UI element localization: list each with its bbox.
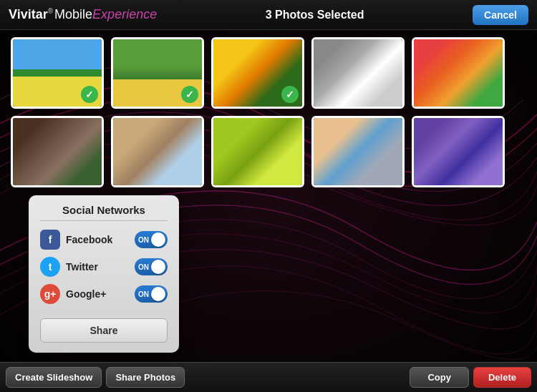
photo-thumb-6[interactable]: [11, 116, 104, 187]
logo-reg: ®: [48, 7, 53, 15]
googleplus-row: g+ Google+ ON: [40, 284, 168, 304]
photo-thumb-9[interactable]: [311, 116, 405, 187]
cancel-button[interactable]: Cancel: [473, 5, 528, 25]
photo-image-6: [13, 118, 102, 185]
photo-grid-row1: ✓ ✓ ✓: [11, 37, 526, 109]
twitter-row: t Twitter ON: [40, 257, 168, 277]
facebook-row: f Facebook ON: [40, 230, 168, 250]
social-networks-panel: Social Networks f Facebook ON t Twitter …: [29, 195, 179, 353]
photo-thumb-5[interactable]: [412, 37, 505, 109]
googleplus-label: Google+: [66, 288, 129, 300]
check-badge-3: ✓: [281, 86, 299, 103]
facebook-toggle[interactable]: ON: [135, 231, 168, 248]
logo-experience-text: Experience: [92, 7, 157, 22]
photo-thumb-4[interactable]: [311, 37, 405, 109]
googleplus-icon: g+: [40, 284, 60, 304]
twitter-toggle-knob: [151, 260, 165, 274]
photo-grid-row2: [11, 116, 526, 187]
facebook-toggle-text: ON: [138, 236, 149, 244]
googleplus-toggle-knob: [151, 287, 165, 301]
check-badge-1: ✓: [81, 86, 98, 103]
check-badge-2: ✓: [181, 86, 198, 103]
logo: Vivitar® Mobile Experience: [9, 7, 157, 22]
photo-thumb-1[interactable]: ✓: [11, 37, 104, 109]
delete-button[interactable]: Delete: [473, 367, 531, 388]
photo-thumb-10[interactable]: [412, 116, 505, 187]
logo-vivitar-text: Vivitar: [9, 7, 48, 21]
photo-thumb-2[interactable]: ✓: [111, 37, 204, 109]
bottom-right-buttons: Copy Delete: [410, 367, 531, 388]
photo-image-5: [414, 39, 503, 107]
bottom-left-buttons: Create Slideshow Share Photos: [6, 367, 185, 388]
photo-thumb-7[interactable]: [111, 116, 204, 187]
social-panel-title: Social Networks: [40, 204, 168, 221]
photo-image-8: [213, 118, 302, 185]
bottom-toolbar: Create Slideshow Share Photos Copy Delet…: [0, 362, 537, 392]
photo-image-9: [314, 118, 402, 185]
photo-image-7: [113, 118, 202, 185]
copy-button[interactable]: Copy: [410, 367, 469, 388]
share-button[interactable]: Share: [40, 318, 168, 343]
logo-mobile-text: Mobile: [54, 7, 92, 22]
facebook-toggle-knob: [151, 232, 165, 247]
selection-count: 3 Photos Selected: [266, 9, 364, 21]
photo-image-10: [414, 118, 503, 185]
share-photos-button[interactable]: Share Photos: [106, 367, 185, 388]
logo-vivitar: Vivitar®: [9, 7, 53, 22]
photo-thumb-8[interactable]: [211, 116, 304, 187]
photo-thumb-3[interactable]: ✓: [211, 37, 304, 109]
twitter-toggle-text: ON: [138, 263, 149, 271]
photo-image-4: [314, 39, 402, 107]
twitter-icon: t: [40, 257, 60, 277]
create-slideshow-button[interactable]: Create Slideshow: [6, 367, 102, 388]
twitter-label: Twitter: [66, 261, 129, 273]
facebook-label: Facebook: [66, 234, 129, 245]
header: Vivitar® Mobile Experience 3 Photos Sele…: [0, 0, 537, 30]
googleplus-toggle[interactable]: ON: [135, 285, 168, 303]
googleplus-toggle-text: ON: [138, 290, 149, 298]
facebook-icon: f: [40, 230, 60, 250]
twitter-toggle[interactable]: ON: [135, 258, 168, 275]
